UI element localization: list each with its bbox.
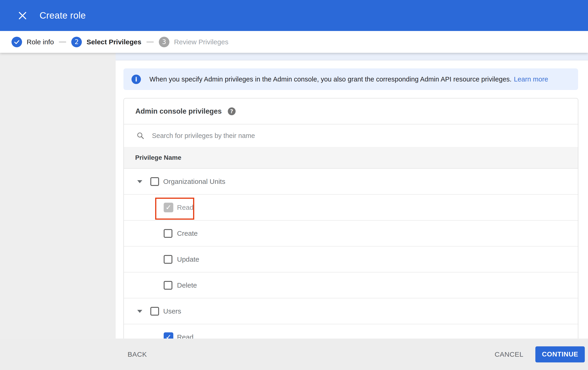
privilege-row-child: Update	[124, 247, 578, 272]
footer-bar: BACK CANCEL CONTINUE	[0, 339, 588, 370]
privilege-row-group: Organizational Units	[124, 169, 578, 195]
stepper: Role info 2 Select Privileges 3 Review P…	[0, 31, 588, 53]
step-role-info[interactable]: Role info	[11, 37, 54, 47]
privilege-label: Delete	[177, 281, 197, 289]
close-icon-glyph	[18, 11, 27, 20]
scrolled-content-strip	[116, 53, 588, 60]
step2-number: 2	[71, 37, 82, 47]
info-banner-message: When you specify Admin privileges in the…	[149, 76, 512, 83]
back-button[interactable]: BACK	[127, 350, 147, 358]
learn-more-link[interactable]: Learn more	[514, 76, 548, 83]
dialog-title: Create role	[40, 10, 86, 21]
create-role-dialog: Create role Role info 2 Select Privilege…	[0, 0, 588, 370]
privilege-label: Organizational Units	[163, 178, 225, 185]
privilege-label: Users	[163, 307, 181, 315]
privilege-search-input[interactable]	[152, 132, 474, 140]
step-review-privileges[interactable]: 3 Review Privileges	[159, 37, 229, 47]
checkbox-create[interactable]	[164, 229, 172, 238]
step2-label: Select Privileges	[86, 38, 141, 46]
privilege-row-group: Users	[124, 298, 578, 324]
step3-number: 3	[159, 37, 169, 47]
privilege-label: Create	[177, 230, 198, 237]
checkbox-users[interactable]	[150, 307, 159, 316]
info-banner-text: When you specify Admin privileges in the…	[149, 76, 548, 83]
step3-label: Review Privileges	[174, 38, 229, 46]
chevron-down-icon[interactable]	[137, 180, 142, 183]
check-icon: ✓	[166, 333, 171, 339]
privilege-label: Read	[177, 333, 194, 339]
info-icon: i	[131, 75, 141, 84]
privilege-row-child: Create	[124, 220, 578, 247]
checkbox-organizational-units[interactable]	[150, 177, 159, 186]
help-icon[interactable]: ?	[228, 107, 236, 115]
checkbox-update[interactable]	[164, 255, 172, 264]
step1-label: Role info	[27, 38, 54, 46]
close-icon[interactable]	[16, 9, 29, 22]
checkbox-delete[interactable]	[164, 281, 172, 290]
checkbox-read-disabled-checked[interactable]: ✓	[164, 203, 173, 212]
step1-check-icon	[11, 37, 22, 47]
privilege-row-child: Delete	[124, 272, 578, 298]
app-bar: Create role	[0, 0, 588, 31]
card-heading: Admin console privileges ?	[124, 99, 578, 124]
left-sidebar	[0, 53, 116, 339]
step-select-privileges[interactable]: 2 Select Privileges	[71, 37, 141, 47]
privilege-row-child: ✓ Read	[124, 195, 578, 220]
step-connector	[59, 41, 66, 42]
checkbox-read-checked[interactable]: ✓	[164, 332, 173, 339]
search-icon	[136, 132, 144, 140]
privilege-row-child: ✓ Read	[124, 324, 578, 339]
cancel-button[interactable]: CANCEL	[495, 350, 523, 358]
info-banner: i When you specify Admin privileges in t…	[124, 68, 578, 90]
check-icon: ✓	[166, 204, 171, 211]
dialog-body: i When you specify Admin privileges in t…	[0, 53, 588, 339]
chevron-down-icon[interactable]	[137, 310, 142, 313]
column-header-privilege-name: Privilege Name	[124, 147, 578, 169]
continue-button[interactable]: CONTINUE	[535, 346, 585, 362]
privilege-label: Update	[177, 255, 199, 263]
content-area: i When you specify Admin privileges in t…	[116, 53, 588, 339]
privilege-label: Read	[177, 204, 194, 211]
privilege-search-row	[124, 124, 578, 147]
step-connector	[147, 41, 154, 42]
privileges-card: Admin console privileges ? Privilege Nam…	[124, 98, 578, 339]
card-title: Admin console privileges	[135, 107, 222, 115]
